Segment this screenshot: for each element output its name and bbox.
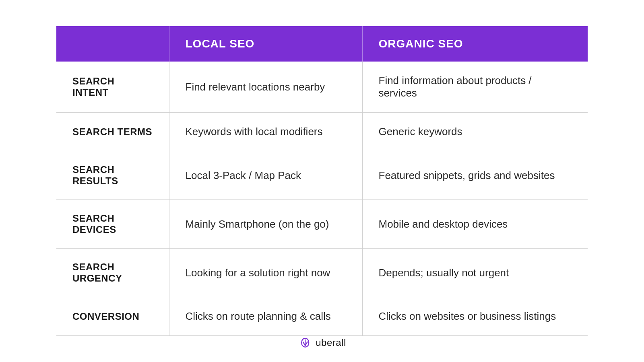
- table-row: SEARCH INTENTFind relevant locations nea…: [56, 62, 588, 113]
- row-label-search-terms: SEARCH TERMS: [56, 113, 169, 151]
- table-row: SEARCH RESULTSLocal 3-Pack / Map PackFea…: [56, 151, 588, 200]
- header-local-seo: LOCAL SEO: [169, 26, 362, 62]
- row-local-seo-search-terms: Keywords with local modifiers: [169, 113, 362, 151]
- row-organic-seo-search-intent: Find information about products / servic…: [362, 62, 588, 113]
- row-label-search-intent: SEARCH INTENT: [56, 62, 169, 113]
- row-organic-seo-conversion: Clicks on websites or business listings: [362, 297, 588, 336]
- table-row: SEARCH URGENCYLooking for a solution rig…: [56, 249, 588, 297]
- brand-name: uberall: [316, 337, 346, 348]
- table-row: SEARCH DEVICESMainly Smartphone (on the …: [56, 200, 588, 249]
- header-row-label: [56, 26, 169, 62]
- row-local-seo-conversion: Clicks on route planning & calls: [169, 297, 362, 336]
- table-row: SEARCH TERMSKeywords with local modifier…: [56, 113, 588, 151]
- table-row: CONVERSIONClicks on route planning & cal…: [56, 297, 588, 336]
- comparison-table: LOCAL SEO ORGANIC SEO SEARCH INTENTFind …: [56, 26, 588, 336]
- row-local-seo-search-intent: Find relevant locations nearby: [169, 62, 362, 113]
- uberall-logo-icon: [298, 335, 312, 350]
- table-header-row: LOCAL SEO ORGANIC SEO: [56, 26, 588, 62]
- footer: uberall: [298, 335, 346, 350]
- comparison-table-container: LOCAL SEO ORGANIC SEO SEARCH INTENTFind …: [56, 26, 588, 336]
- row-organic-seo-search-devices: Mobile and desktop devices: [362, 200, 588, 249]
- row-local-seo-search-urgency: Looking for a solution right now: [169, 249, 362, 297]
- row-organic-seo-search-urgency: Depends; usually not urgent: [362, 249, 588, 297]
- page-wrapper: LOCAL SEO ORGANIC SEO SEARCH INTENTFind …: [0, 0, 644, 362]
- row-local-seo-search-results: Local 3-Pack / Map Pack: [169, 151, 362, 200]
- row-organic-seo-search-results: Featured snippets, grids and websites: [362, 151, 588, 200]
- row-organic-seo-search-terms: Generic keywords: [362, 113, 588, 151]
- row-local-seo-search-devices: Mainly Smartphone (on the go): [169, 200, 362, 249]
- header-organic-seo: ORGANIC SEO: [362, 26, 588, 62]
- row-label-search-urgency: SEARCH URGENCY: [56, 249, 169, 297]
- row-label-search-devices: SEARCH DEVICES: [56, 200, 169, 249]
- row-label-conversion: CONVERSION: [56, 297, 169, 336]
- uberall-logo: uberall: [298, 335, 346, 350]
- row-label-search-results: SEARCH RESULTS: [56, 151, 169, 200]
